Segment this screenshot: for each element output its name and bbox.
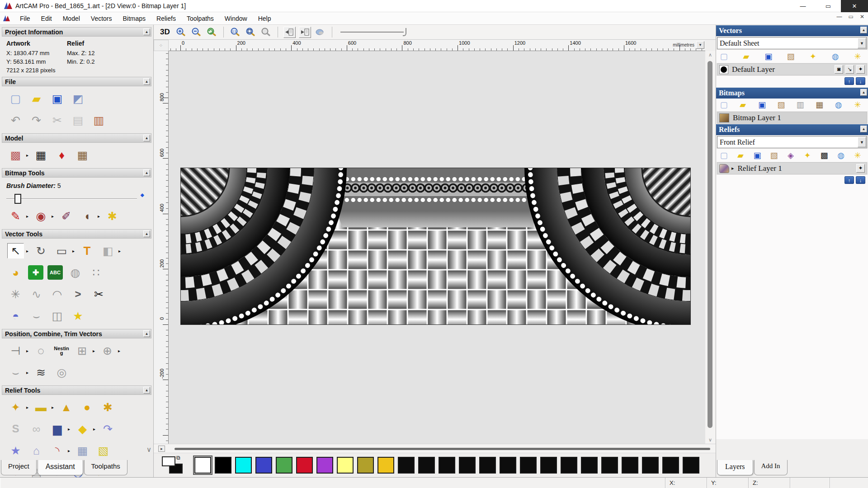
colour-swatch[interactable] [459,457,476,474]
scroll-up-icon[interactable]: ∧ [707,52,713,58]
colour-swatch[interactable] [479,457,496,474]
move-layer-down-icon[interactable]: ↓ [856,77,865,85]
greyscale-from-relief-icon[interactable]: S [7,421,24,436]
link-colours-icon[interactable]: ⧉ [176,455,180,461]
bitmap-layer-row[interactable]: Bitmap Layer 1 [717,112,867,124]
new-vector-layer-icon[interactable]: ▢ [718,51,730,62]
zoom-selection-icon[interactable] [260,27,272,38]
wrap-vectors-icon[interactable]: ◍ [67,265,84,280]
colour-swatch[interactable] [561,457,577,474]
layer-bulb-icon[interactable]: ✦ [856,65,865,74]
save-vector-layer-icon[interactable]: ▣ [763,51,774,62]
relief-layer-row[interactable]: ▸ Relief Layer 1 ✦ [717,162,867,174]
tab-project[interactable]: Project [1,460,37,475]
collapse-button[interactable]: ▲ [143,78,150,85]
bitmap-fade-slider[interactable] [340,27,413,38]
menu-edit[interactable]: Edit [36,13,57,24]
expand-layer-icon[interactable]: ▸ [731,165,734,171]
emboss-wizard-icon[interactable]: ⌂ [28,443,45,458]
free-sketch-icon[interactable]: ∿ [28,286,45,302]
horizontal-scroll-thumb[interactable] [175,448,710,450]
sheet-dropdown[interactable]: Default Sheet ▼ [717,37,867,49]
zoom-in-icon[interactable] [175,27,187,38]
zoom-out-icon[interactable] [190,27,203,38]
colour-swatch[interactable] [662,457,679,474]
colour-swatch[interactable] [235,457,252,474]
collapse-button[interactable]: ▲ [143,330,150,337]
relief-dropdown[interactable]: Front Relief ▼ [717,136,867,148]
flyout-arrow-icon[interactable]: ▸ [26,249,28,253]
flyout-arrow-icon[interactable]: ▸ [98,214,100,219]
snap-layer-icon[interactable]: ↘ [845,65,854,74]
collapse-button[interactable]: ▲ [143,28,150,35]
open-bitmap-layer-icon[interactable]: ▰ [737,99,749,110]
scroll-left-icon[interactable]: ▸ [158,446,165,452]
colour-swatch[interactable] [642,457,659,474]
flyout-arrow-icon[interactable]: ▸ [118,249,121,253]
primary-secondary-colour[interactable]: ⧉ [162,455,191,475]
collapse-button[interactable]: ▲ [143,135,150,141]
menu-window[interactable]: Window [219,13,253,24]
close-button[interactable]: ✕ [841,0,868,12]
adjust-greyscale-icon[interactable]: ▦ [33,147,49,163]
layer-bulb-icon[interactable]: ✦ [856,164,865,173]
flyout-arrow-icon[interactable]: ▸ [26,405,28,410]
open-model-icon[interactable]: ▰ [28,91,45,106]
menu-model[interactable]: Model [57,13,85,24]
create-polyline-icon[interactable]: ✳ [7,286,24,302]
colour-swatch[interactable] [622,457,638,474]
vector-layer-row[interactable]: Default Layer ◙ ↘ ✦ [717,63,867,75]
save-bitmap-layer-icon[interactable]: ▣ [756,99,768,110]
ruler-unit-dropdown-icon[interactable]: ▼ [696,41,704,49]
pick-colour-icon[interactable]: ✐ [58,208,75,224]
add-plane-icon[interactable]: ▬ [33,399,49,415]
tab-layers[interactable]: Layers [717,460,753,475]
slider-handle[interactable] [403,28,406,36]
all-reliefs-visibility-icon[interactable]: ✳ [852,150,863,161]
star-wizard-icon[interactable]: ★ [7,443,24,458]
zoom-previous-icon[interactable] [206,27,218,38]
panel-scroll-down-icon[interactable]: ∨ [146,446,151,454]
collapse-button[interactable]: ▲ [860,89,867,96]
child-restore-icon[interactable]: ▭ [849,14,854,20]
merge-vector-layers-icon[interactable]: ▧ [785,51,797,62]
brush-diameter-slider[interactable]: ◆ [6,194,144,204]
new-model-icon[interactable]: ▢ [7,91,24,106]
load-texture-icon[interactable]: ▦ [74,147,91,163]
create-text-icon[interactable]: T [79,243,95,258]
collapse-button[interactable]: ▲ [860,126,867,132]
offset-relief-icon[interactable]: ▧ [95,443,112,458]
collapse-button[interactable]: ▲ [143,230,150,237]
all-layers-visibility-icon[interactable]: ✳ [852,51,863,62]
slider-track[interactable] [340,32,404,33]
select-vectors-icon[interactable]: ↖ [7,243,24,258]
shape-editor-icon[interactable]: ✦ [7,399,24,415]
tab-toolpaths[interactable]: Toolpaths [84,460,127,475]
undo-icon[interactable]: ↶ [7,113,24,128]
flyout-arrow-icon[interactable]: ▸ [26,348,28,353]
child-minimize-icon[interactable]: — [837,14,842,20]
vertical-scrollbar[interactable]: ∧ ∨ [705,51,715,444]
set-model-size-icon[interactable]: ▩ [7,147,24,163]
layer-visibility-icon[interactable]: ✦ [807,51,819,62]
delete-relief-layer-icon[interactable]: ◍ [835,150,847,161]
flyout-arrow-icon[interactable]: ▸ [93,348,95,353]
colour-swatch[interactable] [581,457,598,474]
flyout-arrow-icon[interactable]: ▸ [26,214,28,219]
unwrap-vectors-icon[interactable]: ◎ [53,365,70,380]
colour-swatch[interactable] [215,457,231,474]
child-close-icon[interactable]: ✕ [860,14,864,20]
colour-swatch[interactable] [683,457,699,474]
cut-vectors-icon[interactable]: ✂ [90,286,107,302]
colour-swatch[interactable] [316,457,333,474]
open-vector-layer-icon[interactable]: ▰ [740,51,752,62]
colour-swatch[interactable] [540,457,557,474]
colour-swatch[interactable] [357,457,374,474]
menu-toolpaths[interactable]: Toolpaths [181,13,219,24]
distort-vectors-icon[interactable]: ◧ [99,243,116,258]
palette-icon[interactable]: ◖ [79,208,95,224]
join-vectors-icon[interactable]: ⌣ [7,365,24,380]
colour-swatch[interactable] [296,457,313,474]
tab-assistant[interactable]: Assistant [38,460,83,475]
zoom-fit-icon[interactable] [245,27,257,38]
